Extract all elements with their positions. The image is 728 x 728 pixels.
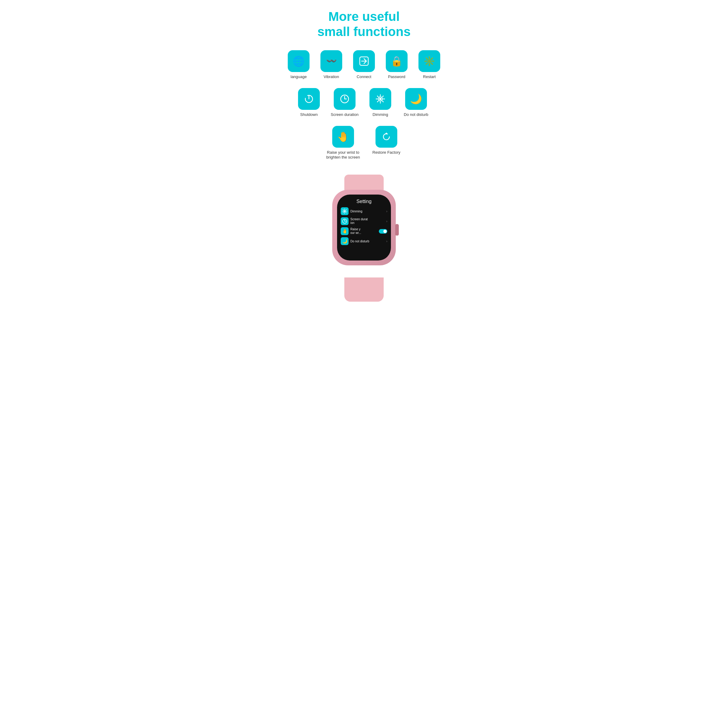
feature-vibration: 〰️ Vibration: [319, 50, 343, 80]
feature-shutdown: Shutdown: [297, 88, 321, 118]
shutdown-label: Shutdown: [300, 112, 318, 118]
page-title: More usefulsmall functions: [317, 9, 411, 40]
feature-language: 🌐 language: [286, 50, 311, 80]
feature-restart: ✳️ Restart: [417, 50, 442, 80]
feature-restore-factory: Restore Factory: [370, 126, 403, 161]
restart-icon: ✳️: [419, 50, 440, 72]
watch-raise-wrist-toggle[interactable]: [379, 229, 387, 234]
svg-line-22: [346, 213, 346, 213]
raise-wrist-icon: 🤚: [332, 126, 354, 148]
dimming-icon: [369, 88, 391, 110]
do-not-disturb-icon: 🌙: [405, 88, 427, 110]
watch-dimming-text: Dimming: [350, 210, 385, 213]
page-container: More usefulsmall functions 🌐 language 〰️…: [273, 0, 455, 314]
svg-line-12: [382, 96, 383, 97]
raise-wrist-label: Raise your wrist tobrighten the screen: [326, 150, 360, 161]
watch-screen-duration-icon: [341, 217, 349, 225]
watch-do-not-disturb-arrow: ›: [386, 240, 387, 243]
svg-line-21: [343, 210, 343, 210]
watch-screen-duration-arrow: ›: [386, 220, 387, 223]
watch-dimming-arrow: ›: [386, 210, 387, 213]
watch-screen-title: Setting: [341, 199, 387, 204]
watch-menu-item-do-not-disturb: 🌙 Do not disturb ›: [341, 237, 387, 245]
feature-screen-duration: Screen duration: [329, 88, 360, 118]
feature-row-1: 🌐 language 〰️ Vibration Connect 🔒 Passwo…: [286, 50, 442, 80]
feature-row-2: Shutdown Screen duration: [297, 88, 431, 118]
dimming-label: Dimming: [372, 112, 388, 118]
svg-point-16: [344, 211, 345, 212]
restore-factory-label: Restore Factory: [372, 150, 400, 155]
vibration-icon: 〰️: [320, 50, 342, 72]
watch-raise-wrist-text: Raise your wr...: [350, 228, 377, 235]
svg-line-23: [346, 210, 346, 210]
password-icon: 🔒: [386, 50, 408, 72]
watch-screen-duration-text: Screen duration: [350, 217, 385, 225]
watch-raise-wrist-icon: 🤚: [341, 227, 349, 235]
watch-screen: Setting: [337, 194, 391, 260]
watch-wrapper: Setting: [325, 174, 403, 302]
watch-case: Setting: [332, 190, 396, 265]
watch-do-not-disturb-icon: 🌙: [341, 237, 349, 245]
screen-duration-label: Screen duration: [331, 112, 359, 118]
watch-menu-item-dimming: Dimming ›: [341, 207, 387, 215]
feature-do-not-disturb: 🌙 Do not disturb: [401, 88, 431, 118]
do-not-disturb-label: Do not disturb: [404, 112, 428, 118]
watch-dimming-icon: [341, 207, 349, 215]
watch-do-not-disturb-text: Do not disturb: [350, 240, 385, 243]
connect-label: Connect: [357, 75, 371, 80]
password-label: Password: [388, 75, 405, 80]
svg-line-11: [382, 101, 383, 102]
feature-dimming: Dimming: [368, 88, 392, 118]
shutdown-icon: [298, 88, 320, 110]
watch-section: Setting: [325, 174, 403, 302]
screen-duration-icon: [334, 88, 356, 110]
feature-connect: Connect: [352, 50, 376, 80]
vibration-label: Vibration: [323, 75, 339, 80]
watch-menu-item-screen-duration: Screen duration ›: [341, 217, 387, 225]
svg-line-24: [343, 213, 343, 213]
language-label: language: [291, 75, 307, 80]
svg-marker-14: [385, 133, 388, 135]
svg-point-5: [379, 98, 382, 100]
restore-factory-icon: [376, 126, 397, 148]
connect-icon: [353, 50, 375, 72]
svg-line-10: [377, 96, 378, 97]
language-icon: 🌐: [288, 50, 309, 72]
watch-menu-item-raise-wrist: 🤚 Raise your wr...: [341, 227, 387, 235]
watch-band-bottom: [344, 277, 384, 302]
watch-crown: [395, 224, 399, 236]
feature-row-3: 🤚 Raise your wrist tobrighten the screen…: [325, 126, 403, 161]
feature-raise-wrist: 🤚 Raise your wrist tobrighten the screen: [325, 126, 361, 161]
restart-label: Restart: [423, 75, 436, 80]
svg-line-13: [377, 101, 378, 102]
feature-password: 🔒 Password: [385, 50, 409, 80]
